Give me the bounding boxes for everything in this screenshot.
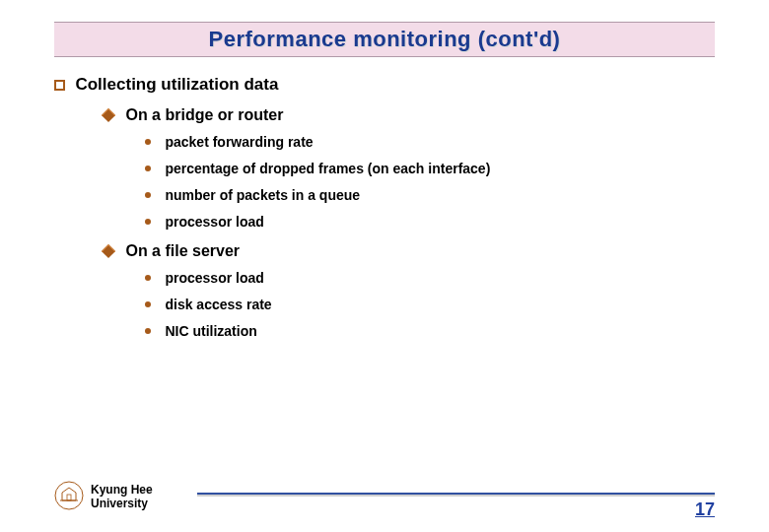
list-item: percentage of dropped frames (on each in… (145, 160, 715, 177)
list-item: NIC utilization (145, 322, 715, 340)
list-item-text: processor load (165, 214, 263, 230)
slide-content: Collecting utilization data On a bridge … (0, 57, 769, 340)
page-number: 17 (695, 499, 715, 520)
slide-title-bar: Performance monitoring (cont'd) (54, 22, 715, 57)
dot-bullet-icon (145, 328, 151, 334)
list-item: disk access rate (145, 296, 715, 313)
dot-bullet-icon (145, 219, 151, 225)
slide-footer: Kyung Hee University 17 (0, 481, 769, 516)
university-line2: University (91, 497, 148, 510)
square-bullet-icon (54, 80, 65, 91)
university-logo-icon (54, 481, 84, 510)
list-item-text: processor load (165, 270, 263, 286)
dot-bullet-icon (145, 192, 151, 198)
university-name: Kyung Hee University (91, 483, 153, 511)
section-row: On a file server (104, 242, 715, 260)
list-item: processor load (145, 269, 715, 287)
heading-row: Collecting utilization data (54, 75, 715, 95)
slide-title: Performance monitoring (cont'd) (209, 27, 561, 51)
section-row: On a bridge or router (104, 106, 715, 124)
list-item: processor load (145, 213, 715, 231)
list-item-text: percentage of dropped frames (on each in… (165, 161, 490, 176)
list-item-text: disk access rate (165, 297, 271, 312)
list-item: packet forwarding rate (145, 133, 715, 151)
section-label: On a file server (125, 242, 240, 259)
diamond-bullet-icon (102, 244, 115, 258)
list-item: number of packets in a queue (145, 186, 715, 204)
dot-bullet-icon (145, 166, 151, 171)
svg-point-0 (55, 482, 83, 509)
list-item-text: packet forwarding rate (165, 134, 313, 150)
diamond-bullet-icon (102, 108, 115, 122)
dot-bullet-icon (145, 275, 151, 281)
heading-text: Collecting utilization data (75, 75, 278, 94)
list-item-text: number of packets in a queue (165, 187, 360, 203)
svg-rect-1 (67, 495, 71, 500)
footer-divider (197, 493, 715, 497)
dot-bullet-icon (145, 139, 151, 145)
section-label: On a bridge or router (125, 106, 283, 123)
dot-bullet-icon (145, 301, 151, 307)
university-line1: Kyung Hee (91, 483, 153, 497)
list-item-text: NIC utilization (165, 323, 256, 339)
